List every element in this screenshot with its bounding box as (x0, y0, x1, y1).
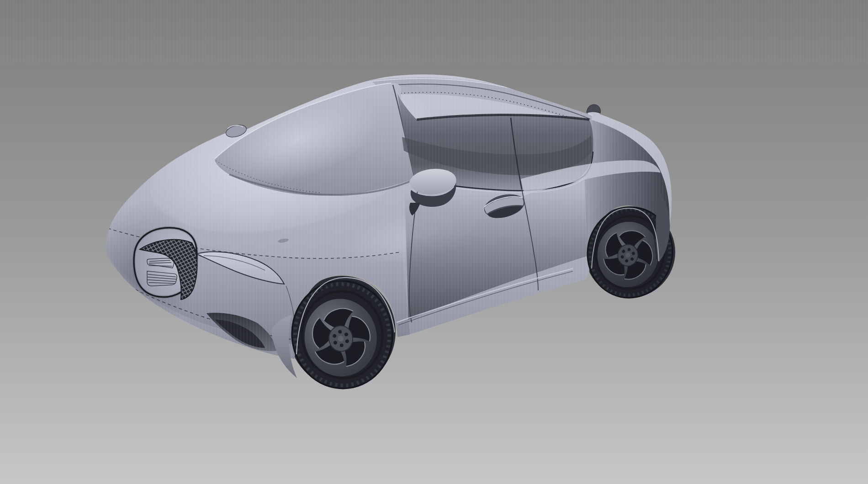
front-grille (134, 228, 197, 300)
background-banding (0, 0, 868, 64)
car-render-canvas (0, 0, 868, 484)
render-viewport (0, 0, 868, 484)
